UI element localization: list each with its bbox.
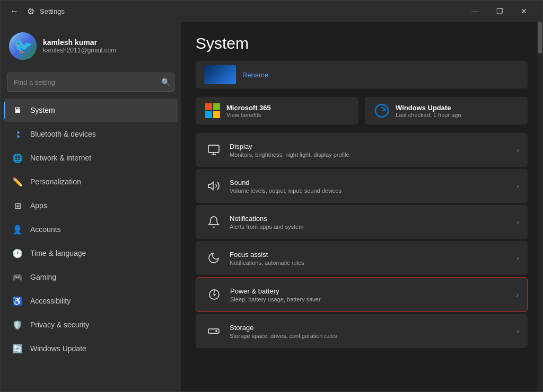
display-chevron: ›	[516, 146, 519, 154]
notifications-title: Notifications	[230, 215, 510, 222]
power-chevron: ›	[516, 290, 519, 299]
close-button[interactable]: ✕	[512, 3, 536, 20]
sound-item[interactable]: Sound Volume levels, output, input, soun…	[196, 169, 528, 203]
svg-rect-2	[205, 111, 212, 118]
notifications-item[interactable]: Notifications Alerts from apps and syste…	[196, 205, 528, 239]
content-area: 🐦 kamlesh kumar kamlesh2011@gmail.com 🔍 …	[1, 22, 542, 391]
sidebar-item-label: Accessibility	[30, 297, 71, 305]
accounts-icon: 👤	[12, 224, 23, 235]
sidebar-item-system[interactable]: 🖥 System	[4, 99, 178, 122]
ms365-subtitle: View benefits	[226, 112, 271, 118]
svg-point-12	[216, 331, 217, 332]
personalization-icon: ✏️	[12, 176, 23, 187]
update-icon: 🔄	[12, 343, 23, 354]
sidebar-item-privacy[interactable]: 🛡️ Privacy & security	[4, 313, 178, 336]
sidebar: 🐦 kamlesh kumar kamlesh2011@gmail.com 🔍 …	[1, 22, 181, 391]
maximize-button[interactable]: ❐	[487, 3, 512, 20]
sound-subtitle: Volume levels, output, input, sound devi…	[230, 188, 510, 194]
sidebar-item-label: System	[30, 106, 55, 114]
device-thumbnail	[204, 65, 236, 84]
sidebar-item-accounts[interactable]: 👤 Accounts	[4, 218, 178, 241]
notifications-icon	[204, 212, 223, 231]
accessibility-icon: ♿	[12, 296, 23, 306]
sound-chevron: ›	[516, 182, 519, 190]
svg-rect-11	[208, 329, 219, 333]
sidebar-item-label: Bluetooth & devices	[30, 130, 96, 138]
settings-icon: ⚙	[27, 6, 34, 16]
minimize-button[interactable]: —	[463, 3, 487, 20]
sidebar-item-network[interactable]: 🌐 Network & internet	[4, 146, 178, 170]
sidebar-item-label: Personalization	[30, 177, 81, 186]
svg-rect-5	[208, 145, 219, 153]
back-button[interactable]: ←	[7, 4, 22, 19]
settings-list: Display Monitors, brightness, night ligh…	[181, 133, 542, 359]
quick-access: Microsoft 365 View benefits Windows Upda…	[181, 95, 542, 133]
ms365-title: Microsoft 365	[226, 104, 271, 112]
avatar: 🐦	[9, 32, 37, 60]
sidebar-item-personalization[interactable]: ✏️ Personalization	[4, 170, 178, 193]
winupdate-title: Windows Update	[396, 104, 461, 112]
notifications-chevron: ›	[516, 218, 519, 226]
apps-icon: ⊞	[12, 200, 23, 211]
sidebar-item-label: Accounts	[30, 225, 61, 234]
focus-title: Focus assist	[230, 251, 510, 259]
winupdate-subtitle: Last checked: 1 hour ago	[396, 112, 461, 118]
svg-rect-3	[213, 111, 220, 118]
power-subtitle: Sleep, battery usage, battery saver	[230, 296, 510, 302]
storage-subtitle: Storage space, drives, configuration rul…	[230, 333, 510, 339]
sidebar-item-bluetooth[interactable]: Bluetooth & devices	[4, 122, 178, 146]
system-icon: 🖥	[12, 105, 23, 115]
sidebar-item-gaming[interactable]: 🎮 Gaming	[4, 265, 178, 289]
sidebar-item-label: Windows Update	[30, 344, 86, 353]
main-content: System Rename	[181, 22, 542, 391]
title-bar: ← ⚙ Settings — ❐ ✕	[1, 1, 542, 22]
storage-title: Storage	[230, 324, 510, 332]
user-email: kamlesh2011@gmail.com	[43, 47, 116, 54]
scrollbar-thumb[interactable]	[538, 22, 542, 54]
user-profile[interactable]: 🐦 kamlesh kumar kamlesh2011@gmail.com	[1, 22, 181, 70]
sidebar-item-apps[interactable]: ⊞ Apps	[4, 194, 178, 217]
focus-subtitle: Notifications, automatic rules	[230, 260, 510, 266]
window-title: Settings	[40, 7, 65, 15]
time-icon: 🕐	[12, 248, 23, 259]
ms365-icon	[204, 102, 221, 119]
microsoft-365-item[interactable]: Microsoft 365 View benefits	[196, 97, 358, 124]
page-header: System	[181, 22, 542, 61]
sidebar-nav: 🖥 System Bluetooth & devices 🌐 Network &…	[1, 98, 181, 361]
sound-title: Sound	[230, 179, 510, 186]
notifications-subtitle: Alerts from apps and system	[230, 224, 510, 230]
storage-item[interactable]: Storage Storage space, drives, configura…	[196, 314, 528, 348]
power-title: Power & battery	[230, 287, 510, 295]
sidebar-item-label: Privacy & security	[30, 320, 89, 329]
search-icon-button[interactable]: 🔍	[161, 78, 170, 86]
svg-rect-1	[213, 103, 220, 110]
bluetooth-icon	[12, 129, 23, 139]
settings-window: ← ⚙ Settings — ❐ ✕ 🐦 kamlesh kumar kamle…	[0, 0, 543, 392]
windows-update-item[interactable]: Windows Update Last checked: 1 hour ago	[365, 97, 528, 124]
svg-point-4	[375, 104, 388, 117]
search-box: 🔍	[7, 73, 174, 92]
network-icon: 🌐	[12, 153, 23, 163]
rename-strip[interactable]: Rename	[196, 61, 528, 88]
svg-marker-8	[208, 182, 213, 190]
storage-icon	[204, 322, 223, 341]
focus-chevron: ›	[516, 254, 519, 262]
display-item[interactable]: Display Monitors, brightness, night ligh…	[196, 133, 528, 167]
sidebar-item-time[interactable]: 🕐 Time & language	[4, 242, 178, 265]
sidebar-item-accessibility[interactable]: ♿ Accessibility	[4, 289, 178, 313]
rename-label[interactable]: Rename	[242, 71, 268, 79]
user-name: kamlesh kumar	[43, 38, 116, 47]
power-item[interactable]: Power & battery Sleep, battery usage, ba…	[196, 277, 528, 312]
storage-chevron: ›	[516, 327, 519, 335]
privacy-icon: 🛡️	[12, 319, 23, 330]
windows-update-icon	[373, 102, 390, 119]
sidebar-item-label: Gaming	[30, 273, 56, 281]
search-input[interactable]	[7, 73, 174, 92]
power-icon	[205, 285, 224, 304]
focus-icon	[204, 248, 223, 268]
window-controls: — ❐ ✕	[463, 3, 536, 20]
scrollbar-track[interactable]	[537, 22, 542, 391]
focus-item[interactable]: Focus assist Notifications, automatic ru…	[196, 241, 528, 275]
sidebar-item-update[interactable]: 🔄 Windows Update	[4, 337, 178, 360]
sound-icon	[204, 176, 223, 195]
